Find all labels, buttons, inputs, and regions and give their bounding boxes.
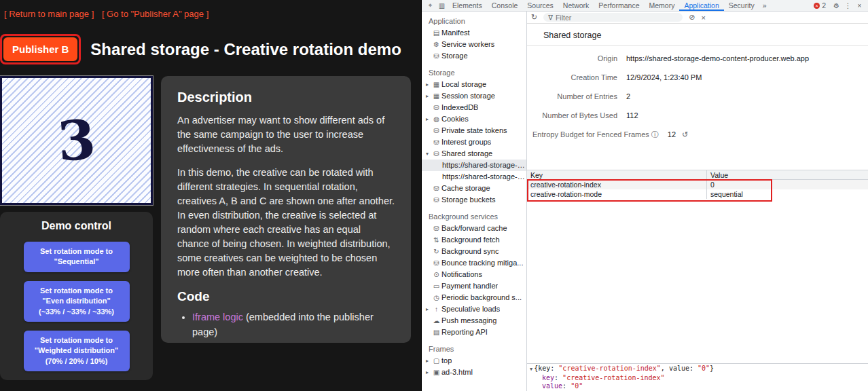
metadata-label: Origin — [527, 54, 617, 62]
database-icon: ⛁ — [431, 148, 441, 160]
sidebar-item-payment-handler[interactable]: ▭Payment handler — [422, 280, 526, 292]
tab-application[interactable]: Application — [679, 0, 723, 11]
preview-text: , value: — [661, 365, 698, 372]
tab-memory[interactable]: Memory — [644, 0, 679, 11]
error-count: 2 — [822, 1, 826, 10]
chevron-right-icon[interactable]: ▸ — [422, 90, 431, 102]
sidebar-item-label: ad-3.html — [441, 367, 473, 378]
kebab-menu-icon[interactable]: ⋮ — [842, 2, 854, 10]
screen: [ Return to main page ] [ Go to "Publish… — [0, 0, 868, 391]
chevron-right-icon[interactable]: ▸ — [422, 79, 431, 90]
database-icon: ⛁ — [431, 223, 441, 234]
more-tabs-icon[interactable]: » — [759, 1, 770, 10]
worklet-link[interactable]: Worklet — [192, 341, 225, 343]
expand-triangle-icon[interactable]: ▼ — [530, 367, 532, 372]
sidebar-item-indexeddb[interactable]: ⛁IndexedDB — [422, 102, 526, 113]
metadata-value: https://shared-storage-demo-content-prod… — [626, 54, 809, 62]
sidebar-item-label: Manifest — [441, 27, 470, 39]
inspect-element-icon[interactable]: ⌖ — [424, 1, 436, 10]
chevron-right-icon[interactable]: ▸ — [422, 367, 431, 378]
error-badge[interactable]: × 2 — [814, 1, 826, 10]
metadata-value: 12 — [668, 130, 676, 138]
sidebar-item-shared-storage[interactable]: ▾⛁Shared storage — [422, 148, 526, 160]
refresh-icon[interactable]: ↻ — [531, 13, 537, 22]
sidebar-item-local-storage[interactable]: ▸▦Local storage — [422, 79, 526, 90]
table-row-creative-rotation-mode[interactable]: creative-rotation-modesequential — [527, 189, 868, 199]
column-header-value[interactable]: Value — [707, 170, 868, 179]
rotation-mode-button-weighted-distribution[interactable]: Set rotation mode to"Weighted distributi… — [24, 331, 130, 371]
sidebar-item-label: Cookies — [441, 113, 469, 125]
sidebar-item-reporting-api[interactable]: ▤Reporting API — [422, 327, 526, 338]
sidebar-item-service-workers[interactable]: ⚙Service workers — [422, 39, 526, 50]
sidebar-item-label: IndexedDB — [441, 102, 478, 113]
sidebar-item-label: Reporting API — [441, 327, 488, 338]
database-icon: ⛁ — [431, 194, 441, 206]
tab-performance[interactable]: Performance — [594, 0, 644, 11]
sidebar-item-cookies[interactable]: ▸◍Cookies — [422, 113, 526, 125]
sidebar-item-push-messaging[interactable]: ☁Push messaging — [422, 315, 526, 327]
close-devtools-icon[interactable]: × — [854, 2, 865, 10]
chevron-right-icon[interactable]: ▸ — [422, 355, 431, 367]
metadata-report: Originhttps://shared-storage-demo-conten… — [527, 46, 868, 144]
sidebar-item-periodic-background-s[interactable]: ◷Periodic background s... — [422, 292, 526, 303]
sidebar-item-label: Shared storage — [441, 148, 492, 160]
tab-network[interactable]: Network — [558, 0, 594, 11]
sidebar-item-interest-groups[interactable]: ⛁Interest groups — [422, 136, 526, 148]
table-row-creative-rotation-index[interactable]: creative-rotation-index0 — [527, 180, 868, 189]
creative-number: 3 — [55, 107, 97, 174]
publisher-a-page-link[interactable]: [ Go to "Publisher A" page ] — [102, 9, 209, 19]
preview-prop-name: key — [542, 374, 554, 381]
sidebar-item-label: Notifications — [441, 269, 482, 280]
preview-summary[interactable]: ▼{key: "creative-rotation-index", value:… — [530, 365, 865, 374]
column-header-key[interactable]: Key — [527, 170, 707, 179]
delete-selected-icon[interactable]: × — [701, 14, 705, 22]
devtools-body: Application▤Manifest⚙Service workers⛁Sto… — [422, 12, 868, 391]
table-rows: creative-rotation-index0creative-rotatio… — [527, 180, 868, 199]
preview-separator: : — [554, 374, 562, 381]
iframe-logic-link[interactable]: Iframe logic — [192, 312, 243, 322]
frame-icon: ▢ — [431, 355, 441, 367]
sidebar-item-private-state-tokens[interactable]: ⛁Private state tokens — [422, 125, 526, 136]
delete-all-icon[interactable]: ⊘ — [689, 13, 695, 22]
tab-console[interactable]: Console — [487, 0, 523, 11]
tab-sources[interactable]: Sources — [522, 0, 558, 11]
sidebar-item-bounce-tracking-mitiga[interactable]: ⛁Bounce tracking mitiga... — [422, 257, 526, 269]
sidebar-item-background-fetch[interactable]: ⇅Background fetch — [422, 234, 526, 246]
code-links-list: Iframe logic (embedded into the publishe… — [192, 310, 395, 343]
sidebar-item-https-shared-storage-d[interactable]: https://shared-storage-d... — [422, 160, 526, 171]
rotation-mode-button-even-distribution[interactable]: Set rotation mode to"Even distribution"(… — [24, 281, 130, 322]
cookie-icon: ◍ — [431, 113, 441, 125]
tab-elements[interactable]: Elements — [448, 0, 487, 11]
sidebar-item-session-storage[interactable]: ▸▦Session storage — [422, 90, 526, 102]
publisher-b-button[interactable]: Publisher B — [3, 37, 77, 61]
return-main-page-link[interactable]: [ Return to main page ] — [4, 9, 94, 19]
cell-value: 0 — [707, 180, 868, 189]
reset-budget-icon[interactable]: ↺ — [682, 130, 688, 139]
sidebar-item-https-shared-storage-d[interactable]: https://shared-storage-d... — [422, 171, 526, 183]
sidebar-item-cache-storage[interactable]: ⛁Cache storage — [422, 183, 526, 194]
demo-control-title: Demo control — [0, 220, 153, 232]
chevron-right-icon[interactable]: ▸ — [422, 113, 431, 125]
sidebar-section-background-services: Background services — [422, 211, 526, 223]
settings-gear-icon[interactable]: ⚙ — [831, 2, 842, 10]
database-icon: ⛁ — [431, 102, 441, 113]
filter-box: ∇ — [543, 13, 683, 22]
clock-icon: ◷ — [431, 292, 441, 303]
sidebar-item-manifest[interactable]: ▤Manifest — [422, 27, 526, 39]
sidebar-item-top[interactable]: ▸▢top — [422, 355, 526, 367]
tab-security[interactable]: Security — [724, 0, 759, 11]
chevron-down-icon[interactable]: ▾ — [422, 148, 431, 160]
metadata-value: 12/9/2024, 1:23:40 PM — [626, 73, 702, 81]
sidebar-item-notifications[interactable]: ⊙Notifications — [422, 269, 526, 280]
chevron-right-icon[interactable]: ▸ — [422, 303, 431, 315]
filter-input[interactable] — [556, 14, 678, 22]
sidebar-item-storage[interactable]: ⛁Storage — [422, 50, 526, 62]
sidebar-item-back-forward-cache[interactable]: ⛁Back/forward cache — [422, 223, 526, 234]
sidebar-item-label: Cache storage — [441, 183, 490, 194]
sidebar-item-ad-3-html[interactable]: ▸▣ad-3.html — [422, 367, 526, 378]
sidebar-item-storage-buckets[interactable]: ⛁Storage buckets — [422, 194, 526, 206]
device-toolbar-icon[interactable]: ▥ — [436, 2, 448, 10]
sidebar-item-background-sync[interactable]: ↻Background sync — [422, 246, 526, 257]
rotation-mode-button-sequential[interactable]: Set rotation mode to"Sequential" — [24, 242, 130, 272]
sidebar-item-speculative-loads[interactable]: ▸↑Speculative loads — [422, 303, 526, 315]
